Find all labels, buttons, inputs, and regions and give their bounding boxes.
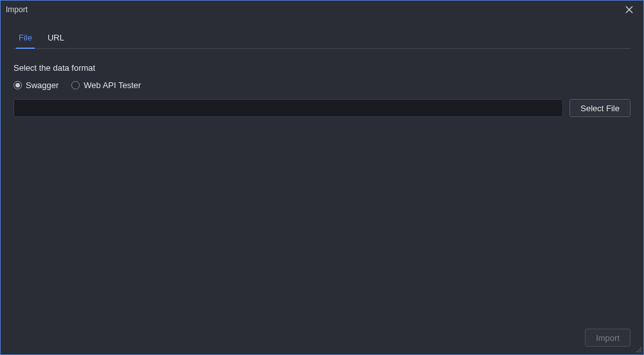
section-label: Select the data format bbox=[13, 63, 631, 73]
file-path-input[interactable] bbox=[13, 99, 563, 117]
button-label: Import bbox=[596, 333, 620, 343]
tab-file[interactable]: File bbox=[16, 29, 35, 49]
radio-swagger[interactable]: Swagger bbox=[13, 80, 58, 90]
svg-point-7 bbox=[640, 351, 641, 352]
tab-label: File bbox=[19, 33, 32, 42]
close-icon bbox=[625, 6, 633, 14]
svg-point-6 bbox=[638, 351, 640, 352]
titlebar: Import bbox=[1, 1, 643, 19]
footer: Import bbox=[585, 329, 631, 347]
radio-icon bbox=[71, 81, 80, 89]
svg-point-4 bbox=[640, 349, 641, 350]
radio-label: Web API Tester bbox=[84, 80, 141, 90]
radio-label: Swagger bbox=[26, 80, 58, 90]
tab-label: URL bbox=[48, 33, 64, 42]
close-button[interactable] bbox=[620, 1, 638, 19]
svg-point-5 bbox=[636, 351, 638, 352]
select-file-button[interactable]: Select File bbox=[569, 99, 631, 117]
content-area: File URL Select the data format Swagger … bbox=[1, 19, 643, 117]
radio-web-api-tester[interactable]: Web API Tester bbox=[71, 80, 141, 90]
tabs: File URL bbox=[13, 29, 631, 49]
file-row: Select File bbox=[13, 99, 631, 117]
import-button[interactable]: Import bbox=[585, 329, 631, 347]
tab-url[interactable]: URL bbox=[45, 29, 67, 49]
svg-point-3 bbox=[638, 349, 640, 350]
resize-grip-icon bbox=[634, 345, 642, 353]
button-label: Select File bbox=[580, 104, 620, 113]
resize-grip[interactable] bbox=[634, 345, 642, 353]
svg-point-2 bbox=[640, 347, 641, 349]
radio-icon bbox=[13, 81, 22, 89]
radio-group-data-format: Swagger Web API Tester bbox=[13, 80, 631, 90]
window-title: Import bbox=[6, 5, 28, 14]
